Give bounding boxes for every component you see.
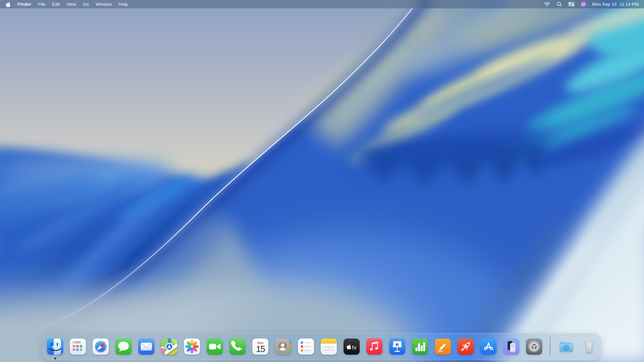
running-indicator (54, 358, 56, 359)
menu-help[interactable]: Help (115, 0, 131, 8)
desktop: Finder File Edit View Go Window Help (0, 0, 644, 362)
clock-time: 11:14 PM (620, 2, 639, 7)
iphone-mirroring-icon (503, 338, 520, 355)
dock-item-contacts[interactable] (275, 338, 291, 355)
pages-icon (434, 338, 451, 355)
wifi-icon (544, 2, 550, 6)
menu-window[interactable]: Window (92, 0, 115, 8)
menu-bar-left: Finder File Edit View Go Window Help (0, 0, 131, 8)
apple-tv-icon: tv (343, 338, 360, 355)
dock-item-app-store[interactable] (480, 338, 497, 355)
dock-item-rocket[interactable] (457, 338, 474, 355)
system-settings-icon (526, 338, 542, 355)
siri-menu-extra[interactable] (577, 0, 589, 8)
dock-item-numbers[interactable] (412, 338, 428, 355)
keynote-icon (389, 338, 406, 355)
dock-item-system-settings[interactable] (526, 338, 542, 355)
downloads-folder-icon (558, 338, 575, 355)
dock-item-maps[interactable] (161, 338, 177, 355)
dock-item-apple-tv[interactable]: tv (343, 338, 360, 355)
wifi-menu-extra[interactable] (541, 0, 553, 8)
svg-text:15: 15 (256, 344, 265, 354)
photos-icon (183, 338, 200, 355)
dock-item-finder[interactable] (47, 338, 63, 355)
dock-item-downloads[interactable] (558, 338, 575, 355)
app-store-icon (480, 338, 497, 355)
dock-item-mail[interactable] (138, 338, 155, 355)
menu-bar-clock[interactable]: Mon Sep 15 11:14 PM (589, 0, 639, 8)
menu-app-name[interactable]: Finder (14, 0, 35, 8)
menu-view[interactable]: View (63, 0, 79, 8)
siri-icon (581, 1, 586, 7)
menu-go[interactable]: Go (79, 0, 92, 8)
dock: Mon 15 tv (42, 333, 602, 360)
dock-item-notes[interactable] (320, 338, 337, 355)
dock-divider (550, 337, 550, 356)
contacts-icon (275, 338, 291, 355)
dock-item-launchpad[interactable] (69, 338, 86, 355)
dock-item-calendar[interactable]: Mon 15 (252, 338, 269, 355)
spotlight-search-icon (557, 2, 562, 7)
dock-item-keynote[interactable] (389, 338, 406, 355)
apple-icon (6, 2, 11, 7)
launchpad-icon (69, 338, 86, 355)
dock-item-messages[interactable] (115, 338, 132, 355)
control-center-menu-extra[interactable] (565, 0, 577, 8)
dock-item-photos[interactable] (183, 338, 200, 355)
calendar-icon: Mon 15 (252, 338, 269, 355)
notes-icon (320, 338, 337, 355)
dock-item-pages[interactable] (434, 338, 451, 355)
dock-item-trash[interactable] (581, 338, 597, 355)
trash-icon (581, 338, 597, 355)
mail-icon (138, 338, 155, 355)
music-icon (366, 338, 383, 355)
reminders-icon (298, 338, 314, 355)
menu-file[interactable]: File (35, 0, 49, 8)
spotlight-menu-extra[interactable] (553, 0, 565, 8)
phone-icon (229, 338, 246, 355)
dock-item-facetime[interactable] (206, 338, 223, 355)
messages-icon (115, 338, 132, 355)
clock-date: Mon Sep 15 (592, 2, 616, 7)
menu-bar: Finder File Edit View Go Window Help (0, 0, 644, 8)
dock-item-safari[interactable] (92, 338, 109, 355)
numbers-icon (412, 338, 428, 355)
rocket-icon (457, 338, 474, 355)
menu-edit[interactable]: Edit (49, 0, 63, 8)
dock-item-music[interactable] (366, 338, 383, 355)
safari-icon (92, 338, 109, 355)
maps-icon (161, 338, 177, 355)
dock-item-reminders[interactable] (298, 338, 314, 355)
finder-icon (47, 338, 63, 355)
dock-item-phone[interactable] (229, 338, 246, 355)
facetime-icon (206, 338, 223, 355)
svg-text:tv: tv (352, 344, 357, 350)
menu-bar-status-area: Mon Sep 15 11:14 PM (541, 0, 644, 8)
control-center-icon (569, 2, 574, 6)
apple-menu[interactable] (3, 0, 14, 8)
dock-item-iphone-mirroring[interactable] (503, 338, 520, 355)
desktop-wallpaper (0, 0, 644, 362)
